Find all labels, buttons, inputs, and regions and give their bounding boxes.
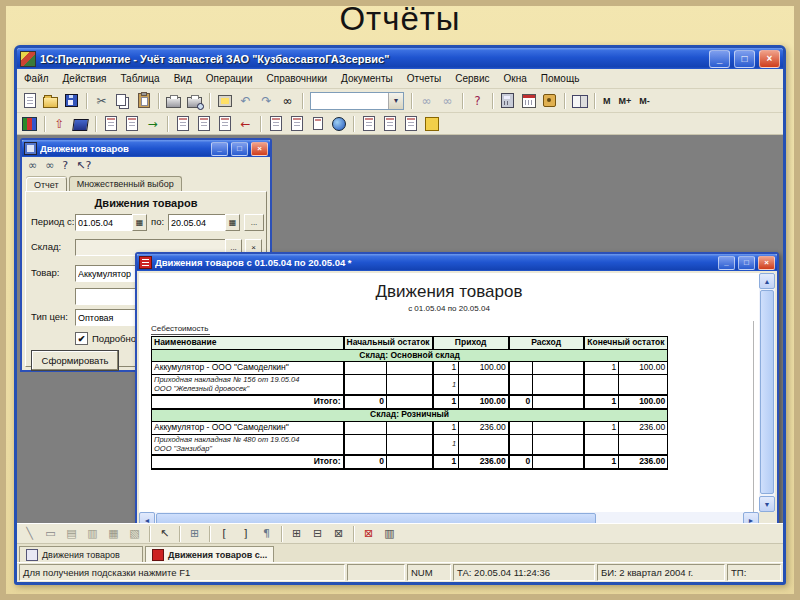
print-icon[interactable]	[163, 91, 184, 111]
picture-icon[interactable]: ▤	[61, 524, 82, 544]
scroll-right-icon[interactable]: ►	[743, 512, 759, 523]
menu-item-service[interactable]: Сервис	[448, 71, 496, 86]
minimize-button[interactable]: _	[709, 50, 730, 68]
exit-icon[interactable]	[421, 114, 442, 134]
scroll-up-icon[interactable]: ▲	[759, 273, 775, 289]
waybill-doc-icon[interactable]	[214, 114, 235, 134]
dialog-maximize-button[interactable]: □	[231, 142, 248, 156]
scroll-down-icon[interactable]: ▼	[759, 496, 775, 512]
find-next-icon[interactable]: ∞	[416, 91, 437, 111]
open-folder-icon[interactable]	[40, 91, 61, 111]
scroll-left-icon[interactable]: ◄	[139, 512, 155, 523]
vertical-scrollbar[interactable]: ▲ ▼	[759, 273, 775, 512]
horizontal-scroll-thumb[interactable]	[156, 513, 596, 523]
menu-item-table[interactable]: Таблица	[113, 71, 166, 86]
ole-object-icon[interactable]: ▥	[82, 524, 103, 544]
salary-doc-icon[interactable]	[358, 114, 379, 134]
reference-book-icon[interactable]	[19, 114, 40, 134]
maximize-button[interactable]: □	[734, 50, 755, 68]
chevron-down-icon[interactable]: ▾	[388, 93, 403, 109]
internet-icon[interactable]	[328, 114, 349, 134]
memory-recall-button[interactable]: M	[599, 92, 615, 110]
chart-icon[interactable]: ▦	[103, 524, 124, 544]
calendar-icon[interactable]	[518, 91, 539, 111]
report-maximize-button[interactable]: □	[738, 256, 755, 270]
journals-book-icon[interactable]	[70, 114, 91, 134]
stamp-icon[interactable]	[539, 91, 560, 111]
tax-doc-icon[interactable]	[379, 114, 400, 134]
menu-item-references[interactable]: Справочники	[260, 71, 335, 86]
save-settings-icon[interactable]: ∞	[45, 160, 54, 171]
goods-receipt-icon[interactable]: →	[142, 114, 163, 134]
window-tab-1[interactable]: Движения товаров	[19, 546, 143, 562]
undo-icon[interactable]: ↶	[235, 91, 256, 111]
find-icon[interactable]: ∞	[277, 91, 298, 111]
print-preview-icon[interactable]	[184, 91, 205, 111]
open-settings-icon[interactable]: ∞	[28, 160, 37, 171]
paragraph-icon[interactable]: ¶	[256, 524, 277, 544]
report-doc-icon[interactable]	[400, 114, 421, 134]
report-close-button[interactable]: ×	[758, 256, 775, 270]
save-icon[interactable]	[61, 91, 82, 111]
help-icon[interactable]: ?	[467, 91, 488, 111]
menu-item-actions[interactable]: Действия	[56, 71, 114, 86]
generate-button[interactable]: Сформировать	[31, 350, 119, 371]
menu-item-file[interactable]: Файл	[17, 71, 56, 86]
toolbar-search-combobox[interactable]: ▾	[310, 92, 404, 110]
draw-rect-icon[interactable]: ▭	[40, 524, 61, 544]
table-grid-icon[interactable]: ⊞	[184, 524, 205, 544]
paste-icon[interactable]	[133, 91, 154, 111]
text-object-icon[interactable]: ▧	[124, 524, 145, 544]
order-doc-icon[interactable]	[121, 114, 142, 134]
draw-line-icon[interactable]: ╲	[19, 524, 40, 544]
period-from-calendar-button[interactable]: ▦	[132, 214, 147, 231]
calculator-icon[interactable]	[497, 91, 518, 111]
merge-cells-icon[interactable]: ⊟	[307, 524, 328, 544]
tab-multi-select[interactable]: Множественный выбор	[69, 176, 182, 191]
cash-doc-icon[interactable]	[286, 114, 307, 134]
dialog-close-button[interactable]: ×	[251, 142, 268, 156]
period-to-input[interactable]	[168, 214, 226, 231]
menu-item-reports[interactable]: Отчеты	[400, 71, 449, 86]
menu-item-windows[interactable]: Окна	[497, 71, 534, 86]
dialog-minimize-button[interactable]: _	[211, 142, 228, 156]
context-help-icon[interactable]: ↖?	[76, 160, 91, 171]
tab-report[interactable]: Отчет	[26, 177, 67, 192]
invoice-doc-icon[interactable]	[100, 114, 121, 134]
horizontal-scrollbar[interactable]: ◄ ►	[139, 512, 759, 523]
find-prev-icon[interactable]: ∞	[437, 91, 458, 111]
copy-icon[interactable]	[112, 91, 133, 111]
window-tab-2[interactable]: Движения товаров с...	[145, 546, 274, 562]
menu-item-help[interactable]: Помощь	[534, 71, 587, 86]
bracket-open-icon[interactable]: [	[214, 524, 235, 544]
vertical-scroll-thumb[interactable]	[760, 290, 774, 494]
detailed-checkbox[interactable]: ✔	[75, 332, 88, 345]
methodology-book-icon[interactable]	[569, 91, 590, 111]
cut-icon[interactable]: ✂	[91, 91, 112, 111]
headers-area-icon[interactable]: ⊠	[328, 524, 349, 544]
bill-doc-icon[interactable]	[193, 114, 214, 134]
post-document-icon[interactable]: ⇧	[49, 114, 70, 134]
period-picker-button[interactable]: ...	[244, 214, 264, 231]
select-arrow-icon[interactable]: ↖	[154, 524, 175, 544]
memory-subtract-button[interactable]: M-	[635, 92, 654, 110]
move-doc-icon[interactable]	[307, 114, 328, 134]
memory-add-button[interactable]: M+	[615, 92, 636, 110]
period-to-calendar-button[interactable]: ▦	[225, 214, 240, 231]
menu-item-operations[interactable]: Операции	[199, 71, 260, 86]
goods-issue-icon[interactable]: ←	[235, 114, 256, 134]
hide-grid-icon[interactable]: ⊠	[358, 524, 379, 544]
redo-icon[interactable]: ↷	[256, 91, 277, 111]
freeze-panes-icon[interactable]: ▥	[379, 524, 400, 544]
menu-item-view[interactable]: Вид	[167, 71, 199, 86]
act-doc-icon[interactable]	[172, 114, 193, 134]
report-minimize-button[interactable]: _	[718, 256, 735, 270]
properties-icon[interactable]	[214, 91, 235, 111]
period-from-input[interactable]	[75, 214, 133, 231]
new-document-icon[interactable]	[19, 91, 40, 111]
bracket-close-icon[interactable]: ]	[235, 524, 256, 544]
menu-item-documents[interactable]: Документы	[334, 71, 400, 86]
borders-icon[interactable]: ⊞	[286, 524, 307, 544]
search-input[interactable]	[311, 93, 388, 109]
help-icon[interactable]: ?	[62, 160, 68, 171]
